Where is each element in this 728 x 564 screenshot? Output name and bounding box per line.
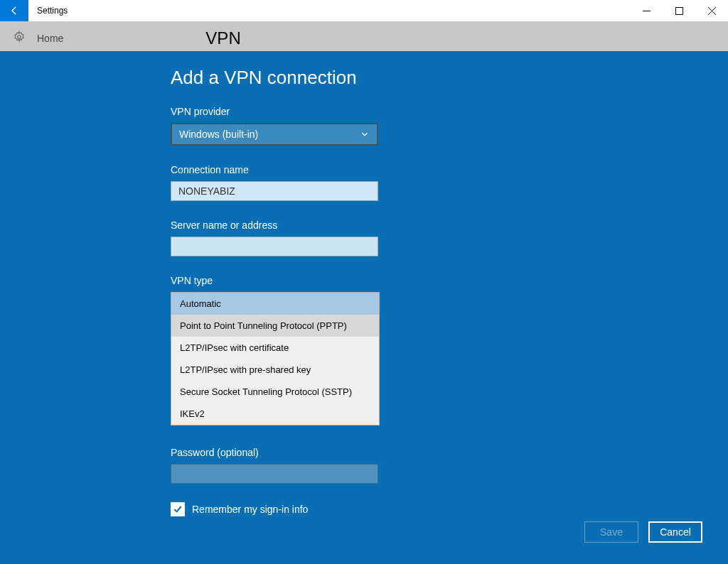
maximize-button[interactable] xyxy=(663,0,695,21)
provider-value: Windows (built-in) xyxy=(179,129,258,140)
window-title: Settings xyxy=(37,6,68,16)
page-title: VPN xyxy=(205,28,240,48)
chevron-down-icon xyxy=(360,129,370,139)
add-vpn-dialog: Add a VPN connection VPN provider Window… xyxy=(0,51,728,564)
connection-name-label: Connection name xyxy=(171,164,728,175)
vpn-type-option[interactable]: L2TP/IPsec with pre-shared key xyxy=(171,359,379,381)
back-button[interactable] xyxy=(0,0,28,21)
close-button[interactable] xyxy=(695,0,728,21)
title-bar: Settings xyxy=(0,0,728,21)
server-label: Server name or address xyxy=(171,219,728,231)
check-icon xyxy=(172,504,183,515)
remember-label: Remember my sign-in info xyxy=(192,504,308,515)
vpn-type-option[interactable]: Automatic xyxy=(171,293,379,315)
dialog-title: Add a VPN connection xyxy=(171,67,728,89)
provider-label: VPN provider xyxy=(171,106,728,117)
provider-combo[interactable]: Windows (built-in) xyxy=(171,123,378,146)
window-controls xyxy=(630,0,728,21)
page-header: Home VPN xyxy=(0,21,728,55)
svg-point-4 xyxy=(18,36,21,39)
remember-checkbox-row[interactable]: Remember my sign-in info xyxy=(171,502,728,516)
remember-checkbox[interactable] xyxy=(171,502,185,516)
server-input[interactable] xyxy=(171,237,378,256)
password-label: Password (optional) xyxy=(171,447,728,458)
svg-rect-1 xyxy=(675,7,682,14)
home-link[interactable]: Home xyxy=(37,33,63,44)
save-button[interactable]: Save xyxy=(584,521,638,543)
vpn-type-option[interactable]: L2TP/IPsec with certificate xyxy=(171,337,379,359)
vpn-type-option[interactable]: IKEv2 xyxy=(171,403,379,425)
vpn-type-option[interactable]: Secure Socket Tunneling Protocol (SSTP) xyxy=(171,381,379,403)
password-input[interactable] xyxy=(171,464,378,484)
vpn-type-dropdown[interactable]: Automatic Point to Point Tunneling Proto… xyxy=(171,292,380,425)
gear-icon xyxy=(13,31,26,46)
minimize-button[interactable] xyxy=(630,0,663,21)
cancel-button[interactable]: Cancel xyxy=(648,521,702,543)
connection-name-input[interactable]: NONEYABIZ xyxy=(171,181,378,201)
connection-name-value: NONEYABIZ xyxy=(178,185,235,197)
vpn-type-label: VPN type xyxy=(171,275,728,286)
vpn-type-option[interactable]: Point to Point Tunneling Protocol (PPTP) xyxy=(171,315,379,337)
